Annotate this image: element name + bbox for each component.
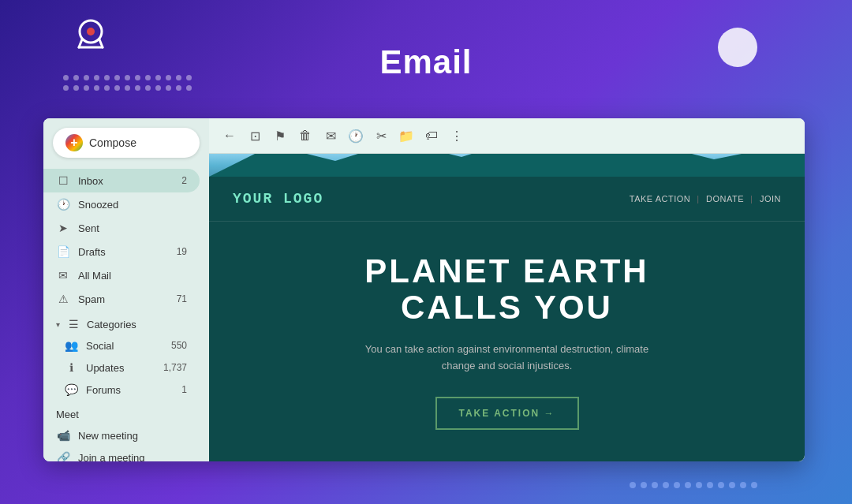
- newsletter-body: PLANET EARTH CALLS YOU You can take acti…: [334, 222, 681, 461]
- sidebar-item-social[interactable]: 👥 Social 550: [43, 334, 200, 357]
- nav-donate[interactable]: DONATE: [706, 194, 744, 203]
- new-meeting-button[interactable]: 📹 New meeting: [43, 424, 200, 446]
- dot-b: [740, 482, 746, 488]
- email-icon[interactable]: ✉: [321, 126, 340, 145]
- drafts-label: Drafts: [78, 246, 169, 258]
- newsletter-scene: [209, 154, 805, 177]
- join-icon: 🔗: [56, 450, 70, 461]
- categories-label: Categories: [87, 319, 136, 330]
- inbox-icon: ☐: [56, 174, 70, 188]
- all-mail-label: All Mail: [78, 270, 187, 282]
- dot: [186, 75, 192, 80]
- dot: [135, 85, 140, 91]
- join-meeting-label: Join a meeting: [78, 452, 187, 462]
- send-icon: ➤: [56, 221, 70, 235]
- video-icon: 📹: [56, 428, 70, 442]
- report-icon[interactable]: ⚑: [271, 126, 290, 145]
- nav-sep-2: |: [750, 194, 753, 203]
- dot-b: [674, 482, 680, 488]
- delete-icon[interactable]: 🗑: [296, 126, 315, 145]
- updates-label: Updates: [86, 362, 155, 374]
- dot: [145, 85, 151, 91]
- drafts-badge: 19: [177, 246, 187, 257]
- page-title: Email: [379, 43, 472, 81]
- dots-row-1: [63, 75, 192, 80]
- forums-badge: 1: [181, 384, 187, 395]
- sidebar-item-spam[interactable]: ⚠ Spam 71: [43, 287, 200, 311]
- inbox-label: Inbox: [78, 175, 174, 187]
- social-badge: 550: [171, 340, 187, 351]
- spam-badge: 71: [177, 293, 187, 304]
- dot: [125, 75, 130, 80]
- sidebar-item-updates[interactable]: ℹ Updates 1,737: [43, 357, 200, 379]
- sidebar-item-snoozed[interactable]: 🕐 Snoozed: [43, 192, 200, 216]
- dot-b: [685, 482, 691, 488]
- clock-icon: 🕐: [56, 197, 70, 211]
- clock-icon[interactable]: 🕐: [346, 126, 365, 145]
- dot-b: [652, 482, 658, 488]
- archive-icon[interactable]: ⊡: [245, 126, 264, 145]
- newsletter-headline: PLANET EARTH CALLS YOU: [364, 253, 648, 326]
- dot-b: [729, 482, 735, 488]
- email-client-window: + Compose ☐ Inbox 2 🕐 Snoozed ➤ Sent 📄 D…: [43, 118, 805, 461]
- social-label: Social: [86, 340, 163, 352]
- categories-header[interactable]: ▾ ☰ Categories: [43, 311, 209, 334]
- dot-b: [630, 482, 636, 488]
- dot: [73, 75, 79, 80]
- dot: [104, 85, 110, 91]
- dot: [186, 85, 192, 91]
- dot: [166, 85, 171, 91]
- svg-point-1: [87, 28, 95, 35]
- dot: [94, 75, 99, 80]
- email-preview-panel: YOUR LOGO TAKE ACTION | DONATE | JOIN PL…: [209, 154, 805, 461]
- newsletter-nav: TAKE ACTION | DONATE | JOIN: [630, 194, 781, 203]
- back-button[interactable]: ←: [220, 126, 239, 145]
- dot-b: [718, 482, 724, 488]
- dot: [63, 75, 69, 80]
- dot: [94, 85, 99, 91]
- dot: [114, 85, 120, 91]
- dot-b: [696, 482, 702, 488]
- label-icon[interactable]: 🏷: [422, 126, 441, 145]
- newsletter-cta-button[interactable]: TAKE ACTION →: [435, 397, 579, 430]
- meet-label: Meet: [56, 409, 79, 420]
- dot: [63, 85, 69, 91]
- info-icon: ℹ: [64, 360, 78, 375]
- headline-line1: PLANET EARTH: [364, 253, 648, 289]
- sidebar-item-all-mail[interactable]: ✉ All Mail: [43, 263, 200, 287]
- nav-join[interactable]: JOIN: [760, 194, 781, 203]
- sidebar-item-inbox[interactable]: ☐ Inbox 2: [43, 169, 200, 192]
- compose-label: Compose: [89, 136, 136, 149]
- people-icon: 👥: [64, 338, 78, 353]
- dot: [73, 85, 79, 91]
- app-logo-icon: [71, 16, 110, 55]
- dot: [155, 75, 161, 80]
- dot: [125, 85, 130, 91]
- compose-button[interactable]: + Compose: [53, 128, 200, 158]
- email-toolbar: ← ⊡ ⚑ 🗑 ✉ 🕐 ✂ 📁 🏷 ⋮: [209, 118, 805, 154]
- dots-decoration-bottom: [630, 482, 757, 488]
- sidebar-item-forums[interactable]: 💬 Forums 1: [43, 379, 200, 401]
- dot-b: [751, 482, 757, 488]
- chat-icon: 💬: [64, 383, 78, 397]
- svg-marker-5: [209, 154, 805, 177]
- dot: [104, 75, 110, 80]
- mountains-svg: [209, 154, 805, 177]
- email-sidebar: + Compose ☐ Inbox 2 🕐 Snoozed ➤ Sent 📄 D…: [43, 118, 209, 461]
- dot: [176, 75, 181, 80]
- draft-icon: 📄: [56, 245, 70, 259]
- dot-b: [663, 482, 669, 488]
- join-meeting-button[interactable]: 🔗 Join a meeting: [43, 446, 200, 461]
- dot: [166, 75, 171, 80]
- nav-take-action[interactable]: TAKE ACTION: [630, 194, 690, 203]
- sent-label: Sent: [78, 222, 187, 234]
- dot-b: [707, 482, 713, 488]
- more-icon[interactable]: ⋮: [447, 126, 466, 145]
- dot: [114, 75, 120, 80]
- folder-icon[interactable]: 📁: [397, 126, 416, 145]
- dot: [155, 85, 161, 91]
- sidebar-item-sent[interactable]: ➤ Sent: [43, 216, 200, 240]
- tag-icon[interactable]: ✂: [372, 126, 390, 145]
- sidebar-item-drafts[interactable]: 📄 Drafts 19: [43, 240, 200, 263]
- dot: [145, 75, 151, 80]
